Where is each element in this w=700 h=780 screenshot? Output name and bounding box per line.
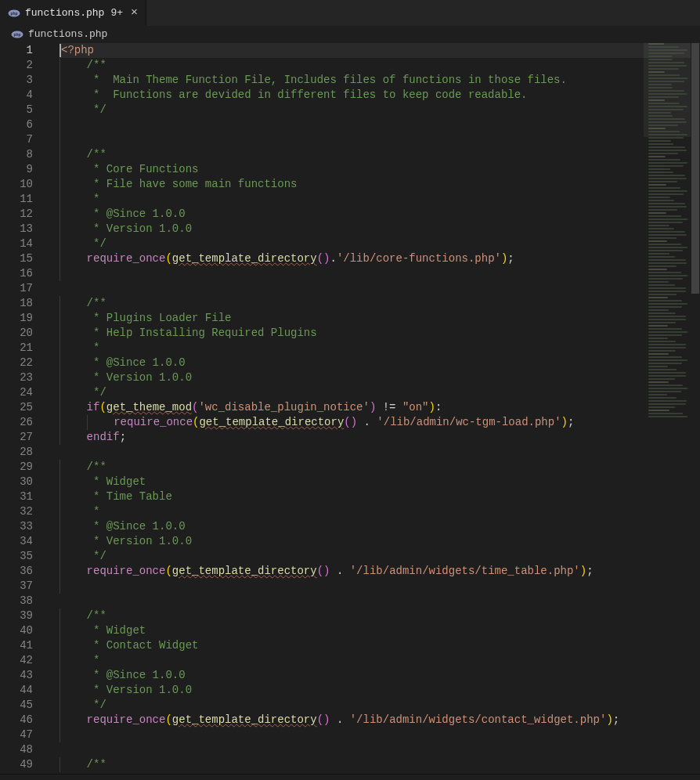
line-number: 45 (0, 698, 33, 713)
code-editor[interactable]: 1234567891011121314151617181920212223242… (0, 43, 700, 774)
code-line[interactable]: /** (60, 58, 700, 73)
code-line[interactable]: */ (60, 237, 700, 251)
token: * Version 1.0.0 (87, 683, 192, 698)
code-line[interactable]: * (60, 504, 700, 519)
token: ) (323, 713, 330, 728)
token: ?php (67, 43, 94, 58)
line-number: 47 (0, 728, 33, 742)
token: * Help Installing Required Plugins (87, 326, 317, 341)
token: ) (323, 564, 330, 579)
code-line[interactable]: * File have some main functions (60, 177, 700, 192)
code-line[interactable]: * Version 1.0.0 (60, 534, 700, 549)
tab-dirty-indicator: 9+ (110, 7, 123, 19)
line-number: 40 (0, 623, 33, 638)
token: /** (87, 460, 106, 475)
token: * Version 1.0.0 (87, 370, 192, 385)
token: ( (344, 415, 350, 430)
code-line[interactable]: /** (60, 757, 700, 772)
code-line[interactable] (60, 728, 700, 742)
token: require_once (87, 713, 166, 728)
code-line[interactable]: <?php (60, 43, 700, 58)
line-number-gutter: 1234567891011121314151617181920212223242… (0, 43, 47, 774)
code-line[interactable]: */ (60, 698, 700, 713)
code-line[interactable]: /** (60, 460, 700, 475)
token: * Contact Widget (87, 638, 199, 653)
token: 'wc_disable_plugin_notice' (198, 400, 369, 415)
code-line[interactable]: if(get_theme_mod('wc_disable_plugin_noti… (60, 400, 700, 415)
token: */ (87, 103, 106, 117)
line-number: 3 (0, 73, 33, 88)
line-number: 31 (0, 489, 33, 504)
token: . (330, 713, 350, 728)
scrollbar-thumb[interactable] (691, 43, 699, 294)
tab-functions-php[interactable]: php functions.php 9+ × (0, 0, 146, 26)
breadcrumb-filename[interactable]: functions.php (28, 28, 107, 40)
code-line[interactable]: require_once(get_template_directory() . … (60, 713, 700, 728)
token: * Core Functions (87, 162, 199, 177)
code-line[interactable]: */ (60, 549, 700, 564)
code-line[interactable]: * (60, 653, 700, 668)
code-line[interactable]: * Version 1.0.0 (60, 683, 700, 698)
code-line[interactable]: * Version 1.0.0 (60, 370, 700, 385)
token: */ (87, 237, 106, 251)
code-line[interactable]: * Plugins Loader File (60, 311, 700, 326)
close-icon[interactable]: × (131, 7, 138, 19)
code-line[interactable]: * Functions are devided in different fil… (60, 88, 700, 103)
code-line[interactable] (60, 445, 700, 460)
code-line[interactable]: * @Since 1.0.0 (60, 519, 700, 534)
code-line[interactable]: */ (60, 385, 700, 400)
code-line[interactable]: * Widget (60, 623, 700, 638)
code-line[interactable] (60, 266, 700, 281)
code-line[interactable]: * (60, 341, 700, 356)
code-line[interactable]: * Help Installing Required Plugins (60, 326, 700, 341)
line-number: 24 (0, 385, 33, 400)
token: ( (317, 251, 323, 266)
code-line[interactable] (60, 132, 700, 147)
token: require_once (87, 564, 166, 579)
code-line[interactable]: * Core Functions (60, 162, 700, 177)
code-line[interactable] (60, 594, 700, 608)
code-line[interactable] (60, 281, 700, 296)
code-line[interactable]: /** (60, 608, 700, 623)
line-number: 43 (0, 668, 33, 683)
token: ) (323, 251, 330, 266)
code-line[interactable]: require_once(get_template_directory().'/… (60, 251, 700, 266)
code-line[interactable] (60, 579, 700, 594)
line-number: 25 (0, 400, 33, 415)
code-line[interactable]: */ (60, 103, 700, 117)
code-line[interactable]: /** (60, 147, 700, 162)
line-number: 1 (0, 43, 33, 58)
code-line[interactable]: * @Since 1.0.0 (60, 356, 700, 370)
minimap[interactable] (644, 43, 691, 774)
line-number: 35 (0, 549, 33, 564)
code-line[interactable] (60, 117, 700, 132)
token: /** (87, 757, 106, 772)
token: get_template_directory (172, 251, 317, 266)
token: * Version 1.0.0 (87, 534, 192, 549)
code-line[interactable]: * Main Theme Function File, Includes fil… (60, 73, 700, 88)
code-line[interactable]: require_once(get_template_directory() . … (60, 564, 700, 579)
code-line[interactable]: * Contact Widget (60, 638, 700, 653)
code-line[interactable]: endif; (60, 430, 700, 445)
token: require_once (87, 251, 166, 266)
code-line[interactable] (60, 742, 700, 757)
token: get_template_directory (172, 564, 317, 579)
line-number: 28 (0, 445, 33, 460)
code-line[interactable]: * Widget (60, 475, 700, 489)
line-number: 15 (0, 251, 33, 266)
code-area[interactable]: <?php /** * Main Theme Function File, In… (60, 43, 700, 774)
code-line[interactable]: * (60, 192, 700, 207)
code-line[interactable]: /** (60, 296, 700, 311)
code-line[interactable]: * @Since 1.0.0 (60, 207, 700, 222)
token: * @Since 1.0.0 (87, 356, 186, 370)
token: * Version 1.0.0 (87, 222, 192, 237)
token: * @Since 1.0.0 (87, 668, 186, 683)
token: /** (87, 296, 106, 311)
code-line[interactable]: * @Since 1.0.0 (60, 668, 700, 683)
token: ) (501, 251, 507, 266)
code-line[interactable]: * Version 1.0.0 (60, 222, 700, 237)
code-line[interactable]: * Time Table (60, 489, 700, 504)
code-line[interactable]: require_once(get_template_directory() . … (60, 415, 700, 430)
line-number: 11 (0, 192, 33, 207)
vertical-scrollbar[interactable] (691, 43, 700, 774)
